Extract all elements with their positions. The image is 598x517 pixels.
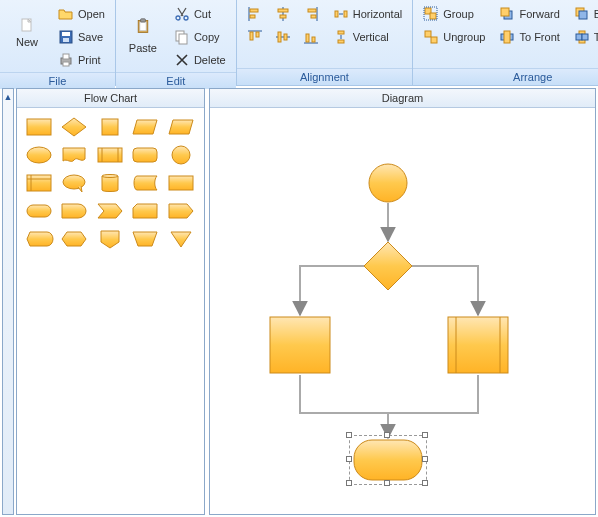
shape-database[interactable] (96, 172, 124, 194)
svg-rect-34 (344, 11, 347, 17)
shape-square[interactable] (96, 116, 124, 138)
forward-button[interactable]: Forward (495, 4, 563, 24)
ungroup-icon (423, 29, 439, 45)
svg-rect-28 (278, 32, 281, 42)
paste-icon (131, 12, 155, 40)
ribbon: New Open Save Print File (0, 0, 598, 86)
shape-parallelogram[interactable] (167, 116, 195, 138)
align-middle-button[interactable] (271, 27, 295, 47)
diagram-title: Diagram (210, 89, 595, 108)
node-process-left[interactable] (269, 316, 331, 376)
align-right-button[interactable] (299, 4, 323, 24)
align-top-button[interactable] (243, 27, 267, 47)
dist-vertical-icon (333, 29, 349, 45)
shape-card[interactable] (131, 200, 159, 222)
node-predefined-right[interactable] (447, 316, 509, 376)
open-button[interactable]: Open (54, 4, 109, 24)
toback-button[interactable]: To Back (570, 27, 598, 47)
shape-document[interactable] (60, 144, 88, 166)
svg-rect-14 (179, 34, 187, 44)
svg-marker-74 (133, 232, 157, 246)
svg-marker-56 (169, 120, 193, 134)
tofront-button[interactable]: To Front (495, 27, 563, 47)
delete-button[interactable]: Delete (170, 50, 230, 70)
group-arrange: Group Ungroup Forward To Front Backward … (413, 0, 598, 85)
diagram-canvas[interactable] (210, 108, 595, 514)
copy-button[interactable]: Copy (170, 27, 230, 47)
node-decision-diamond[interactable] (363, 241, 413, 293)
svg-rect-6 (63, 54, 69, 59)
svg-point-66 (63, 175, 85, 189)
svg-marker-53 (62, 118, 86, 136)
svg-rect-48 (579, 11, 587, 19)
shape-offpage[interactable] (96, 228, 124, 250)
svg-point-57 (27, 147, 51, 163)
new-button[interactable]: New (6, 4, 48, 62)
backward-button[interactable]: Backward (570, 4, 598, 24)
svg-rect-4 (63, 38, 69, 42)
svg-marker-73 (101, 231, 119, 248)
shape-chevron[interactable] (96, 200, 124, 222)
shape-manual-op[interactable] (131, 228, 159, 250)
shape-tag[interactable] (167, 200, 195, 222)
svg-rect-9 (140, 22, 146, 31)
svg-rect-19 (278, 9, 288, 12)
shape-rectangle[interactable] (25, 116, 53, 138)
group-edit-label: Edit (116, 72, 236, 89)
save-icon (58, 29, 74, 45)
shape-predefined[interactable] (96, 144, 124, 166)
shape-ellipse[interactable] (25, 144, 53, 166)
toback-icon (574, 29, 590, 45)
shape-rounded[interactable] (131, 144, 159, 166)
dist-horizontal-button[interactable]: Horizontal (329, 4, 407, 24)
shape-merge[interactable] (167, 228, 195, 250)
svg-marker-71 (169, 204, 193, 218)
shape-hexagon[interactable] (60, 228, 88, 250)
svg-rect-78 (270, 317, 330, 373)
shape-delay[interactable] (60, 200, 88, 222)
save-button[interactable]: Save (54, 27, 109, 47)
paste-button[interactable]: Paste (122, 4, 164, 62)
svg-marker-72 (62, 232, 86, 246)
group-alignment-label: Alignment (237, 68, 413, 85)
node-start-circle[interactable] (368, 163, 408, 205)
align-left-button[interactable] (243, 4, 267, 24)
shape-stored-data[interactable] (131, 172, 159, 194)
group-button[interactable]: Group (419, 4, 489, 24)
svg-rect-23 (311, 15, 316, 18)
dist-vertical-button[interactable]: Vertical (329, 27, 407, 47)
shape-trapezoid[interactable] (131, 116, 159, 138)
svg-rect-31 (306, 34, 309, 42)
align-bottom-button[interactable] (299, 27, 323, 47)
svg-rect-50 (576, 34, 582, 40)
shape-display[interactable] (25, 228, 53, 250)
svg-rect-46 (504, 31, 510, 43)
tofront-icon (499, 29, 515, 45)
shape-internal-storage[interactable] (25, 172, 53, 194)
svg-rect-67 (169, 176, 193, 190)
align-right-icon (303, 6, 319, 22)
shape-decision[interactable] (60, 116, 88, 138)
svg-marker-77 (364, 242, 412, 290)
shape-callout[interactable] (60, 172, 88, 194)
svg-point-11 (176, 16, 180, 20)
print-button[interactable]: Print (54, 50, 109, 70)
svg-rect-36 (338, 40, 344, 43)
chevron-up-icon: ▲ (4, 92, 13, 102)
align-center-button[interactable] (271, 4, 295, 24)
svg-rect-61 (133, 148, 157, 162)
node-terminator-selected[interactable] (353, 439, 423, 483)
shape-circle[interactable] (167, 144, 195, 166)
shape-process2[interactable] (167, 172, 195, 194)
svg-point-12 (184, 16, 188, 20)
sidebar-title: Flow Chart (17, 89, 204, 108)
ungroup-button[interactable]: Ungroup (419, 27, 489, 47)
sidebar-collapse-button[interactable]: ▲ (2, 88, 14, 515)
svg-marker-75 (171, 232, 191, 247)
svg-rect-3 (62, 32, 70, 36)
svg-marker-69 (98, 204, 122, 218)
shape-terminator[interactable] (25, 200, 53, 222)
shapes-palette (17, 108, 204, 258)
svg-rect-16 (250, 9, 258, 12)
cut-button[interactable]: Cut (170, 4, 230, 24)
